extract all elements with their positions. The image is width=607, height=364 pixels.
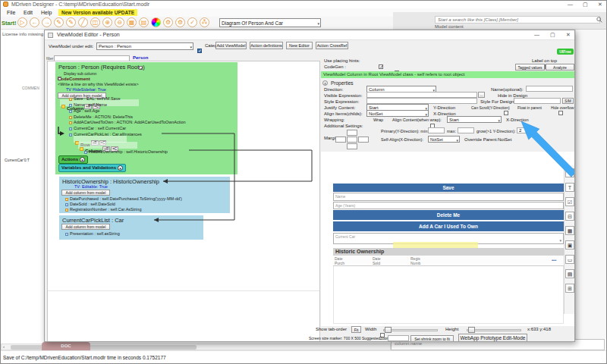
add-column-button[interactable]: Add column from model	[61, 224, 110, 230]
scroll-left-arrow[interactable]: ‹	[3, 344, 5, 349]
actions-pill[interactable]: Actions▾	[58, 155, 88, 164]
action-crossref-button[interactable]: Action CrossRef	[316, 42, 348, 49]
update-banner[interactable]: New Version available UPDATE	[58, 9, 137, 16]
tree-item-deleteme[interactable]: DeleteMe : ACTION: DeleteThis	[69, 115, 133, 119]
set-shrink-zoom-button[interactable]: Set shrink zoom to fit	[410, 335, 454, 342]
tree-item-age[interactable]: Age : self.Age	[69, 108, 99, 113]
align-items-combo[interactable]: NotSet	[366, 110, 429, 117]
menu-edit[interactable]: Edit	[24, 10, 33, 15]
screens-icon[interactable]: ◫	[90, 17, 100, 27]
action-definitions-button[interactable]: Action definitions	[250, 42, 283, 49]
tagged-values-button[interactable]: Tagged values	[515, 64, 545, 71]
add-column-button[interactable]: Add column from model	[61, 190, 110, 196]
person-link[interactable]: Person	[133, 55, 148, 60]
settings-gears-icon[interactable]: ⚙	[163, 17, 173, 27]
new-editor-button[interactable]: New Editor	[286, 42, 313, 49]
preview-addcar-button[interactable]: Add A Car I Used To Own	[333, 221, 564, 231]
back-arrow-icon[interactable]: ←	[30, 17, 39, 27]
tree-item-currentcar[interactable]: CurrentCar : self.CurrentCar	[69, 126, 126, 130]
menu-file[interactable]: File	[7, 10, 15, 15]
maximize-icon[interactable]: ▢	[583, 2, 588, 8]
visible-expr-input[interactable]	[366, 92, 477, 98]
can-scroll-checkbox[interactable]	[504, 111, 508, 115]
tree-item-registrationnumber[interactable]: RegistrationNumber : self.Car.AsString	[65, 207, 141, 212]
preview-table-body[interactable]	[333, 266, 564, 324]
textbox-icon[interactable]: ▤	[565, 269, 574, 278]
relations-icon[interactable]: ⁂	[200, 17, 209, 27]
tree-item-name[interactable]: Name : self.Name	[69, 102, 107, 107]
validate-icon[interactable]: ✓	[187, 17, 197, 27]
width-slider-thumb[interactable]	[385, 327, 392, 333]
tree-item-presentation[interactable]: Presentation : self.asString	[65, 231, 120, 236]
doc-tab[interactable]: DOC	[42, 342, 90, 350]
start-button[interactable]: Start!	[2, 20, 17, 27]
categ-checkbox[interactable]	[197, 49, 202, 53]
tree-item-save[interactable]: Save : EAL: selfVM.Save	[69, 96, 120, 101]
tv-editable-link[interactable]: TV: Editable: True	[74, 184, 108, 189]
forward-arrow-icon[interactable]: →	[42, 17, 52, 27]
chevron-down-icon[interactable]: ▾	[559, 238, 561, 243]
collapse-icon[interactable]: ∧	[322, 80, 328, 86]
tree-item-addacar[interactable]: AddACarUsedToOwn : ACTION: AddACarUsedTo…	[69, 120, 186, 124]
primary-max-input[interactable]	[458, 127, 474, 133]
webapp-prototype-button[interactable]: WebApp Prototype Edit-Mode	[458, 334, 527, 342]
dialog-maximize-icon[interactable]: ▢	[550, 32, 555, 38]
margin-bottom-input[interactable]	[347, 143, 357, 149]
margin-center-input[interactable]	[347, 136, 357, 143]
expression-dots-button[interactable]: ..	[478, 92, 485, 98]
use-placing-checkbox[interactable]	[379, 64, 383, 69]
tv-hidesidebar-link[interactable]: TV HideSidebar: True	[66, 87, 106, 92]
close-icon[interactable]: ✕	[598, 2, 602, 8]
viewmodel-root-box[interactable]: Person : Person (Requires Root) Display …	[55, 62, 237, 174]
col-registration-number[interactable]: RegisNumb	[410, 256, 420, 265]
dialog-close-icon[interactable]: ✕	[566, 32, 571, 38]
preview-save-button[interactable]: Save	[333, 184, 564, 192]
run-icon[interactable]: ▷	[17, 17, 27, 27]
expand-icon[interactable]: ▾	[118, 165, 123, 171]
user-settings-icon[interactable]: ⚙	[175, 17, 185, 27]
analyze-expressions-button[interactable]: Analyze expressions	[546, 64, 574, 71]
comment-hint[interactable]: <Write a line on why this ViewModel exis…	[58, 82, 139, 86]
search-input[interactable]	[435, 16, 600, 24]
primary-min-input[interactable]	[428, 127, 445, 133]
button-icon[interactable]: ▭	[565, 255, 574, 264]
tree-item-datepurchased[interactable]: DatePurchased : self.DatePurchased.ToStr…	[65, 196, 182, 201]
preview-name-field[interactable]: Name	[333, 193, 564, 201]
self-align-combo[interactable]: NotSet	[428, 136, 460, 143]
line-tool-icon[interactable]: ╱	[78, 17, 88, 27]
height-slider-thumb[interactable]	[468, 327, 475, 333]
style-expr-input[interactable]	[366, 98, 477, 104]
zoom-in-icon[interactable]: ⊕	[102, 17, 112, 27]
dialog-minimize-icon[interactable]: —	[534, 32, 539, 37]
expand-icon[interactable]: ▾	[80, 157, 85, 162]
margin-left-input[interactable]	[335, 136, 346, 143]
float-in-parent-checkbox[interactable]	[558, 111, 563, 115]
grow-input[interactable]	[517, 127, 530, 133]
edit-icon[interactable]: ✎	[565, 168, 574, 177]
variables-validations-pill[interactable]: Variables and Validations▾	[58, 164, 126, 172]
table-menu-icon[interactable]: •••	[552, 258, 556, 262]
grid-icon[interactable]: ⊞	[565, 284, 574, 293]
add-viewmodel-button[interactable]: Add ViewModel	[215, 42, 247, 49]
requires-root-checkbox[interactable]	[139, 66, 143, 70]
preview-delete-button[interactable]: Delete Me	[333, 210, 564, 220]
suggested-zoom-input[interactable]	[388, 335, 409, 341]
pencil-icon[interactable]: ✎	[66, 17, 76, 27]
col-date-sold[interactable]: DateSold	[373, 256, 381, 265]
diagram-dropdown[interactable]: Diagram Of Person And Car	[219, 18, 321, 27]
preview-age-field[interactable]: Age (Years)	[333, 202, 564, 209]
historicownership-box[interactable]: HistoricOwnership : HistoricOwnership TV…	[59, 177, 230, 213]
color-wheel-icon[interactable]	[151, 17, 161, 27]
margin-top-input[interactable]	[347, 130, 357, 136]
image-icon[interactable]: ▣	[565, 240, 574, 249]
sim-button[interactable]: SIM	[562, 98, 574, 104]
minimize-icon[interactable]: —	[568, 2, 573, 7]
checkbox-icon[interactable]: ☑	[565, 197, 574, 206]
zoom-out-icon[interactable]: ⊖	[115, 17, 124, 27]
tree-item-datesold[interactable]: DateSold : self.DateSold	[65, 202, 115, 206]
combobox-icon[interactable]: ⊟	[565, 212, 574, 221]
column2-header[interactable]: Column+R=C	[78, 142, 137, 149]
frames-icon[interactable]: ▤	[139, 17, 149, 27]
style-for-design-input[interactable]	[514, 98, 561, 104]
h-scrollbar-thumb[interactable]	[11, 345, 197, 350]
